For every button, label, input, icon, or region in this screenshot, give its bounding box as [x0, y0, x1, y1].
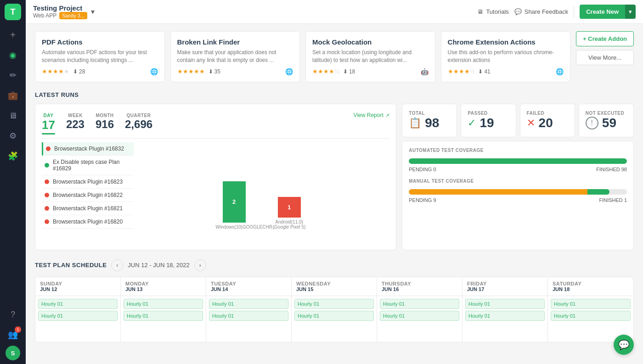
run-status-dot-4 [45, 206, 49, 211]
period-day[interactable]: DAY 17 [42, 113, 55, 134]
topbar-right: 🖥 Tutorials 💬 Share Feedback Create New … [477, 5, 636, 19]
manual-bar-fill [409, 189, 609, 195]
tutorials-label: Tutorials [486, 8, 508, 15]
create-new-dropdown-button[interactable]: ▾ [625, 5, 636, 19]
schedule-event-6-0[interactable]: Hourly 01 [551, 299, 631, 309]
stat-total-content: TOTAL 📋 98 [409, 111, 439, 130]
schedule-event-5-1[interactable]: Hourly 01 [465, 311, 545, 321]
chart-bar-green: 2 [223, 181, 246, 223]
schedule-next-button[interactable]: › [194, 259, 206, 271]
day-date-3: JUN 15 [296, 286, 372, 292]
run-item-2[interactable]: Browserstack Plugin #16823 [42, 175, 134, 189]
stat-total-icon: 📋 [409, 117, 421, 129]
run-status-dot-0 [46, 146, 51, 151]
sidebar-item-extensions[interactable]: 🧩 [4, 147, 22, 165]
stat-passed: PASSED ✓ 19 [461, 104, 516, 137]
addon-pdf-footer: ★★★★★ ⬇ 28 🌐 [42, 68, 158, 75]
view-more-button[interactable]: View More... [576, 50, 634, 65]
schedule-event-4-0[interactable]: Hourly 01 [380, 299, 459, 309]
schedule-event-3-1[interactable]: Hourly 01 [294, 311, 374, 321]
sidebar-item-briefcase[interactable]: 💼 [4, 86, 22, 105]
sidebar-item-help[interactable]: ? [4, 305, 22, 324]
run-item-4[interactable]: Browserstack Plugin #16821 [42, 202, 134, 215]
run-status-dot-1 [45, 163, 49, 168]
project-dropdown-chevron[interactable]: ▾ [91, 7, 95, 16]
sidebar-item-edit[interactable]: ✏ [4, 66, 22, 84]
day-name-4: THURSDAY [382, 281, 457, 286]
sidebar-logo[interactable]: T [5, 4, 21, 20]
view-report-link[interactable]: View Report ↗ [354, 111, 390, 119]
addon-card-geo: Mock Geolocation Set a mock location (us… [305, 31, 435, 82]
chart-bar-group-0: 2 Windows(10)GOOGLECHR... [216, 181, 253, 230]
run-list-panel: Browserstack Plugin #16832 Ex Disable st… [42, 142, 134, 243]
sidebar: T + ◉ ✏ 💼 🖥 ⚙ 🧩 ? 👥 1 S [0, 0, 26, 364]
chart-bar-group-1: 1 Android(11.0) (Google Pixel 5) [271, 197, 308, 230]
day-date-2: JUN 14 [211, 286, 287, 292]
stat-total-value: 98 [425, 116, 439, 130]
addon-bl-footer: ★★★★★ ⬇ 35 🌐 [177, 68, 293, 75]
user-avatar[interactable]: S [6, 346, 20, 360]
create-addon-button[interactable]: + Create Addon [576, 31, 634, 46]
schedule-event-1-1[interactable]: Hourly 01 [124, 311, 203, 321]
run-item-3[interactable]: Browserstack Plugin #16822 [42, 189, 134, 202]
chart-bar-red: 1 [278, 197, 301, 218]
day-date-6: JUN 18 [553, 286, 629, 292]
sanity-badge: Sanity 3... [59, 12, 87, 19]
addon-geo-title: Mock Geolocation [312, 38, 429, 46]
schedule-prev-button[interactable]: ‹ [111, 259, 123, 271]
schedule-event-3-0[interactable]: Hourly 01 [294, 299, 374, 309]
addon-chrome-desc: Use this add-on to perform various chrom… [448, 49, 564, 64]
schedule-col-1: Hourly 01 Hourly 01 [121, 296, 206, 342]
stat-failed-value: 20 [539, 116, 553, 130]
stat-failed-value-row: ✕ 20 [527, 116, 553, 130]
create-new-button[interactable]: Create New [580, 5, 625, 19]
chat-button[interactable]: 💬 [614, 335, 634, 355]
schedule-event-5-0[interactable]: Hourly 01 [465, 299, 545, 309]
sidebar-item-dashboard[interactable]: ◉ [4, 46, 22, 64]
period-week[interactable]: WEEK 223 [66, 113, 85, 131]
run-status-dot-2 [45, 179, 49, 184]
stat-total-label: TOTAL [409, 111, 439, 116]
schedule-event-2-0[interactable]: Hourly 01 [209, 299, 288, 309]
run-item-0[interactable]: Browserstack Plugin #16832 [42, 142, 134, 156]
schedule-event-0-1[interactable]: Hourly 01 [38, 311, 118, 321]
addon-card-pdf: PDF Actions Automate various PDF actions… [35, 31, 165, 82]
run-status-dot-5 [45, 219, 49, 224]
automated-pending-value: 0 [433, 167, 436, 172]
period-month[interactable]: MONTH 916 [96, 113, 114, 131]
run-item-5[interactable]: Browserstack Plugin #16820 [42, 215, 134, 229]
sidebar-item-monitor[interactable]: 🖥 [4, 106, 22, 125]
manual-coverage-section: MANUAL TEST COVERAGE PENDING 9 FINISHED … [409, 179, 627, 203]
schedule-event-2-1[interactable]: Hourly 01 [209, 311, 288, 321]
run-item-1[interactable]: Ex Disable steps case Plan #16829 [42, 156, 134, 175]
period-quarter[interactable]: QUARTER 2,696 [125, 113, 152, 131]
schedule-event-1-0[interactable]: Hourly 01 [124, 299, 203, 309]
sidebar-item-add[interactable]: + [4, 26, 22, 44]
manual-finished-value: 1 [624, 197, 627, 203]
day-name-3: WEDNESDAY [296, 281, 372, 286]
stat-ne-icon: ! [586, 117, 598, 129]
tutorials-button[interactable]: 🖥 Tutorials [477, 8, 508, 15]
period-month-label: MONTH [96, 113, 114, 118]
addon-geo-footer: ★★★★½ ⬇ 18 🤖 [312, 68, 429, 75]
period-week-label: WEEK [66, 113, 85, 118]
schedule-col-5: Hourly 01 Hourly 01 [463, 296, 548, 342]
run-name-4: Browserstack Plugin #16821 [53, 205, 123, 212]
run-name-0: Browserstack Plugin #16832 [54, 146, 124, 152]
sidebar-item-settings[interactable]: ⚙ [4, 127, 22, 145]
stat-failed-label: FAILED [527, 111, 553, 116]
schedule-event-0-0[interactable]: Hourly 01 [38, 299, 118, 309]
sidebar-item-teams[interactable]: 👥 1 [4, 325, 22, 344]
schedule-event-6-1[interactable]: Hourly 01 [551, 311, 631, 321]
addon-pdf-platform: 🌐 [150, 68, 158, 75]
automated-bar-bg [409, 158, 627, 164]
schedule-header: TEST PLAN SCHEDULE ‹ JUN 12 - JUN 18, 20… [35, 259, 634, 271]
schedule-event-4-1[interactable]: Hourly 01 [380, 311, 459, 321]
feedback-button[interactable]: 💬 Share Feedback [514, 8, 568, 15]
runs-grid: DAY 17 WEEK 223 MONTH 916 QUARTER 2,6 [35, 104, 634, 250]
automated-finished-value: 98 [621, 167, 627, 172]
schedule-col-4: Hourly 01 Hourly 01 [377, 296, 463, 342]
project-title: Testing Project [33, 4, 87, 12]
runs-right: TOTAL 📋 98 PASSED ✓ [402, 104, 634, 250]
stat-passed-value: 19 [479, 116, 494, 130]
